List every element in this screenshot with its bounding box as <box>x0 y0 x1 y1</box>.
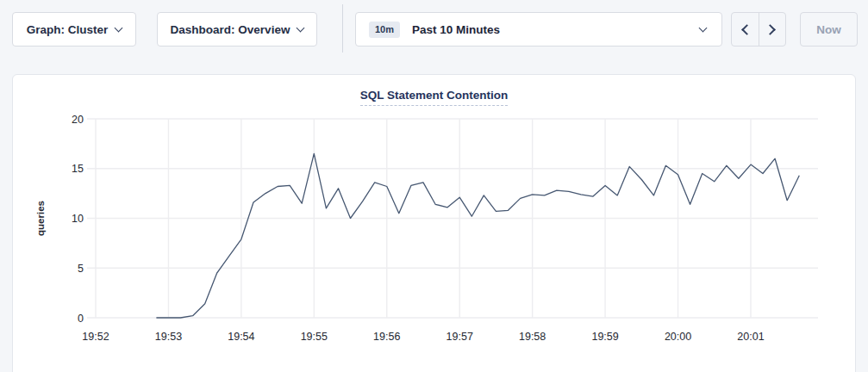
chevron-down-icon <box>115 23 123 32</box>
x-tick-label: 19:54 <box>228 331 254 343</box>
chart-card: SQL Statement Contention 0510152019:5219… <box>12 74 856 372</box>
y-tick-label: 5 <box>78 263 84 275</box>
y-axis-label: queries <box>35 201 46 236</box>
dashboard-dropdown-label: Dashboard: Overview <box>171 23 290 36</box>
graph-dropdown-label: Graph: Cluster <box>27 23 109 36</box>
y-tick-label: 20 <box>72 114 84 126</box>
x-tick-label: 19:53 <box>155 331 182 343</box>
now-button-label: Now <box>816 23 841 36</box>
time-forward-button[interactable] <box>759 13 786 46</box>
series-line-queries <box>156 153 799 318</box>
time-range-badge: 10m <box>369 22 400 38</box>
chevron-down-icon <box>699 23 708 32</box>
x-tick-label: 20:00 <box>665 331 691 343</box>
dashboard-dropdown[interactable]: Dashboard: Overview <box>157 12 317 46</box>
time-range-label: Past 10 Minutes <box>412 23 500 36</box>
x-tick-label: 19:52 <box>82 331 109 343</box>
chevron-left-icon <box>741 24 752 35</box>
line-chart-svg[interactable]: 0510152019:5219:5319:5419:5519:5619:5719… <box>13 75 855 372</box>
graph-dropdown[interactable]: Graph: Cluster <box>12 12 136 46</box>
time-back-button[interactable] <box>732 13 759 46</box>
time-range-dropdown[interactable]: 10m Past 10 Minutes <box>355 12 722 46</box>
x-tick-label: 19:57 <box>446 331 473 343</box>
y-tick-label: 15 <box>72 163 84 175</box>
time-step-buttons <box>731 12 786 46</box>
x-tick-label: 19:59 <box>591 331 618 343</box>
y-tick-label: 0 <box>78 313 84 325</box>
chevron-right-icon <box>765 24 776 35</box>
x-tick-label: 19:58 <box>519 331 546 343</box>
x-tick-label: 20:01 <box>737 331 764 343</box>
toolbar-divider <box>342 4 343 53</box>
chevron-down-icon <box>297 23 305 32</box>
x-tick-label: 19:55 <box>301 331 328 343</box>
now-button[interactable]: Now <box>800 12 858 46</box>
y-tick-label: 10 <box>72 213 84 225</box>
x-tick-label: 19:56 <box>373 331 400 343</box>
toolbar: Graph: Cluster Dashboard: Overview 10m P… <box>0 0 868 59</box>
